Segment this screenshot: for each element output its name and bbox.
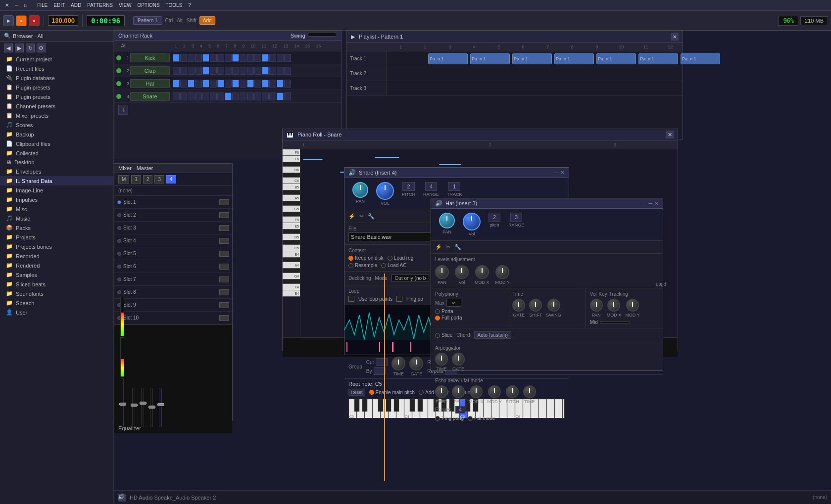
piano-key-E6[interactable]: E6 [283,156,300,162]
sidebar-item-packs[interactable]: 📦Packs [0,223,113,232]
snare-close-btn[interactable]: ✕ [560,170,565,176]
beat-3-8[interactable] [232,92,239,100]
swing-slider[interactable] [307,33,337,37]
pattern-selector[interactable]: Pattern 1 [133,16,162,25]
track-modx-knob[interactable] [607,299,620,312]
block-t1-2[interactable]: Pa..n 1 [512,53,552,64]
ch-name-clap[interactable]: Clap [130,66,170,75]
key-ds4[interactable] [418,399,423,412]
sidebar-item-current-project[interactable]: 📁Current project [0,54,113,64]
mixer-slot-2[interactable]: Slot 2 [114,209,232,222]
beat-1-5[interactable] [210,67,217,75]
mixer-slot-4[interactable]: Slot 4 [114,234,232,247]
mixer-slot-6[interactable]: Slot 6 [114,260,232,273]
echo-pitch-knob[interactable] [506,385,519,398]
sidebar-item-user[interactable]: 👤User [0,308,113,317]
sidebar-nav-btn2[interactable]: ▶ [15,44,24,52]
menu-view[interactable]: VIEW [116,2,135,8]
beat-0-14[interactable] [277,54,284,62]
sidebar-item-collected[interactable]: 📁Collected [0,148,113,158]
piano-key-G5[interactable]: G5 [283,206,300,212]
key-fs3[interactable] [378,399,383,412]
keep-disk-radio[interactable] [348,256,353,261]
hat-minimize-btn[interactable]: ─ [648,200,652,207]
key-cs4[interactable] [410,399,415,412]
beat-0-1[interactable] [180,54,187,62]
full-porta-radio[interactable] [435,316,440,321]
play-button[interactable]: ▶ [3,15,14,26]
arp-gate-knob[interactable] [452,353,465,366]
sidebar-nav-btn[interactable]: ◀ [4,44,13,52]
beat-3-5[interactable] [210,92,217,100]
menu-patterns[interactable]: PATTERNS [84,2,116,8]
close-btn[interactable]: ✕ [2,2,12,8]
hat-plug-icon[interactable]: ⚡ [435,244,442,250]
piano-key-C5[interactable]: C5 [283,245,300,251]
full-porta-opt[interactable]: Full porta [435,315,504,321]
enable-pitch-opt[interactable]: Enable main pitch [369,390,415,395]
sidebar-item-clipboard-files[interactable]: 📄Clipboard files [0,139,113,148]
slide-radio[interactable] [435,333,440,338]
block-t1-4[interactable]: Pa..n 1 [596,53,636,64]
beat-3-14[interactable] [277,92,284,100]
piano-key-F6[interactable]: F6 [283,149,300,156]
beat-1-15[interactable] [284,67,291,75]
sidebar-item-plugin-database[interactable]: 🔌Plugin database [0,73,113,83]
slot-knob-6[interactable] [219,276,229,282]
beat-3-0[interactable] [173,92,180,100]
beat-0-13[interactable] [269,54,276,62]
beat-3-11[interactable] [254,92,261,100]
piano-key-A4[interactable]: A4 [283,262,300,269]
vertical-fader[interactable] [121,378,124,427]
slot-knob-1[interactable] [219,212,229,218]
mid-slider[interactable] [600,321,630,323]
sidebar-item-projects[interactable]: 📁Projects [0,232,113,242]
beat-2-13[interactable] [269,80,276,88]
fader-thumb3[interactable] [148,406,155,409]
ping-pong-opt[interactable]: Ping pong [435,415,464,421]
beat-1-8[interactable] [232,67,239,75]
ping-pong-check[interactable] [396,296,402,302]
beat-0-10[interactable] [247,54,254,62]
beat-2-12[interactable] [262,80,269,88]
load-ac-radio[interactable] [381,263,386,268]
sidebar-item-mixer-presets[interactable]: 📋Mixer presets [0,111,113,120]
slot-knob-9[interactable] [219,315,229,321]
piano-key-A5[interactable]: A5 [283,195,300,201]
menu-add[interactable]: ADD [68,2,84,8]
beat-3-9[interactable] [240,92,246,100]
sidebar-item-recent-files[interactable]: 📄Recent files [0,64,113,73]
roll-note-4[interactable] [439,164,461,165]
lev-mody-knob[interactable] [495,265,509,279]
beat-0-8[interactable] [232,54,239,62]
max-input[interactable]: ∞ [446,299,461,307]
fader-thumb2[interactable] [140,402,147,405]
chord-value[interactable]: Auto (sustain) [474,331,512,339]
piano-key-B5[interactable]: B5 [283,184,300,190]
beat-2-10[interactable] [247,80,254,88]
beat-3-4[interactable] [202,92,209,100]
slot-knob-8[interactable] [219,302,229,308]
mixer-slot-7[interactable]: Slot 7 [114,273,232,286]
snare-wrench-icon[interactable]: 🔧 [368,213,375,220]
beat-2-2[interactable] [188,80,195,88]
block-t1-6[interactable]: Pa..n 1 [681,53,720,64]
record-button[interactable]: ● [29,15,40,26]
track-pan-knob[interactable] [590,299,603,312]
echo-modx-knob[interactable] [470,385,483,398]
echoes-val[interactable]: 4 [455,406,465,413]
fat-mode-radio[interactable] [468,416,473,421]
block-t1-0[interactable]: Pa..n 1 [428,53,468,64]
beat-0-6[interactable] [217,54,224,62]
roll-note-2[interactable] [375,157,399,158]
sidebar-item-plugin-presets[interactable]: 📋Plugin presets [0,83,113,92]
sidebar-item-speech[interactable]: 📁Speech [0,298,113,308]
beat-3-3[interactable] [195,92,202,100]
block-t1-1[interactable]: Pa..n 1 [470,53,510,64]
sidebar-item-music[interactable]: 🎵Music [0,214,113,223]
echo-pan-knob[interactable] [452,385,465,398]
load-ac-opt[interactable]: Load AC [381,263,406,268]
fader3[interactable] [150,388,153,427]
echo-mody-knob[interactable] [488,385,501,398]
mixer-slot-9[interactable]: Slot 9 [114,299,232,312]
